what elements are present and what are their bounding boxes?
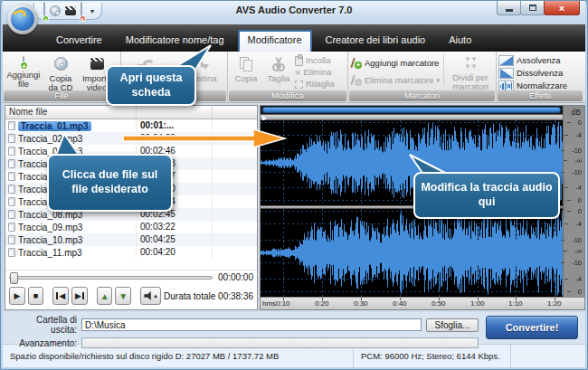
file-icon [8, 235, 15, 244]
db-tick-label: -10 [572, 236, 582, 244]
browse-button[interactable]: Sfoglia... [426, 318, 479, 332]
file-icon [8, 197, 15, 206]
callout-double-click: Clicca due file sul file desiderato [47, 154, 173, 212]
time-tick-label: 1:00 [470, 299, 485, 308]
playback-controls: ▶ ■ ◀ ▶ ▲ ▼ ▴ Durata totale 00:38:36 [5, 284, 257, 309]
file-row[interactable]: Traccia_10.mp300:04:25 [5, 233, 257, 246]
file-row[interactable]: Traccia_11.mp300:04:20 [5, 246, 257, 259]
position-time: 00:00:00 [218, 272, 253, 282]
tab-creatore-libri-audio[interactable]: Creatore dei libri audio [316, 31, 436, 52]
file-row[interactable]: Traccia_09.mp300:03:22 [5, 221, 257, 233]
db-tick-label: -4 [575, 184, 582, 192]
rip-cd-button[interactable]: Copia da CD [43, 53, 79, 94]
time-tick-label: 0:30 [354, 299, 368, 308]
waveform-channel-right[interactable] [261, 209, 563, 297]
split-by-markers-button[interactable]: ▼▼▼▼ Dividi per marcatori [447, 53, 494, 93]
tab-aiuto[interactable]: Aiuto [439, 31, 481, 52]
play-button[interactable]: ▶ [9, 287, 25, 305]
volume-button[interactable]: ▴ [140, 287, 161, 305]
db-tick-label: 0 [578, 207, 582, 215]
db-tick-label: 0 [578, 119, 582, 127]
time-ruler: hms0:100:200:300:400:501:001:101:20 [261, 297, 584, 309]
minimize-button[interactable] [497, 1, 521, 15]
fade-out-button[interactable]: Dissolvenza [498, 68, 567, 79]
file-name: Traccia_11.mp3 [18, 248, 82, 258]
db-tick-label: 0 [578, 196, 582, 204]
callout-open-tab: Apri questa scheda [106, 65, 196, 106]
add-file-icon: + [23, 57, 24, 67]
db-tick-label: -10 [572, 259, 582, 267]
app-window: + x ▾ AVS Audio Converter 7.0 × Converti… [0, 0, 588, 370]
file-icon [8, 210, 15, 219]
time-tick-label: 0:50 [432, 299, 446, 308]
output-folder-label: Cartella di uscita: [8, 315, 77, 335]
add-marker-button[interactable]: + Aggiungi marcatore [350, 57, 443, 69]
db-tick-label: -4 [575, 275, 582, 283]
clapperboard-icon [90, 58, 104, 70]
file-duration: 00:01:... [137, 119, 213, 132]
delete-button[interactable]: ×Elimina [295, 67, 335, 78]
fade-in-icon [498, 55, 514, 66]
file-duration: 00:03:22 [137, 221, 213, 233]
tab-modificatore-nome-tag[interactable]: Modificatore nome/tag [116, 31, 234, 52]
output-folder-input[interactable]: D:\Musica [81, 318, 422, 331]
next-button[interactable]: ▶ [71, 287, 88, 305]
db-tick-label: -10 [572, 147, 582, 155]
file-list-header[interactable]: Nome file [5, 106, 257, 119]
fade-in-button[interactable]: Assolvenza [498, 55, 567, 66]
file-duration: 00:04:25 [137, 233, 213, 246]
paste-button[interactable]: Incolla [295, 55, 335, 66]
column-header-duration[interactable] [137, 106, 213, 119]
ribbon-toolbar: + Aggiungi file▾ Copia da CD Importa vid… [3, 52, 585, 103]
waveform-navigator[interactable] [261, 106, 563, 115]
file-icon [8, 159, 15, 168]
trim-button[interactable]: Ritaglia [295, 79, 335, 90]
group-label-effetti: Effetti [498, 90, 583, 101]
copy-icon [240, 57, 252, 71]
file-icon [8, 121, 15, 130]
tab-convertire[interactable]: Convertire [46, 31, 112, 52]
file-name: Traccia_09.mp3 [18, 223, 82, 232]
ribbon-group-effetti: Assolvenza Dissolvenza Normalizzare Effe… [497, 52, 583, 102]
split-markers-icon: ▼▼▼▼ [464, 56, 477, 71]
delete-marker-button[interactable]: - Elimina marcatore▾ [350, 74, 443, 86]
output-panel: Cartella di uscita: D:\Musica Sfoglia...… [3, 312, 585, 344]
previous-button[interactable]: ◀ [52, 287, 69, 305]
move-up-button[interactable]: ▲ [97, 287, 113, 305]
db-tick-label: -∞ [574, 247, 582, 255]
window-controls: × [498, 1, 580, 15]
db-tick-label: -4 [575, 220, 582, 228]
speaker-icon [144, 291, 153, 300]
group-label-modifica: Modifica [229, 90, 346, 101]
time-tick-label: 0:40 [393, 299, 407, 308]
add-marker-icon: + [350, 57, 362, 69]
time-tick-label: 0:10 [276, 299, 290, 308]
total-duration: Durata totale 00:38:36 [164, 291, 253, 301]
ribbon-group-modifica: Copia Taglia Incolla ×Elimina Ritaglia M… [228, 52, 348, 102]
callout-edit-here: Modifica la traccia audio qui [413, 172, 560, 219]
ribbon-group-file: + Aggiungi file▾ Copia da CD Importa vid… [3, 52, 121, 102]
close-button[interactable]: × [544, 1, 580, 15]
file-row[interactable]: Traccia_01.mp300:01:... [5, 119, 257, 132]
column-header-name[interactable]: Nome file [5, 106, 137, 119]
copy-button[interactable]: Copia [230, 53, 262, 84]
maximize-button[interactable] [520, 1, 545, 15]
stop-button[interactable]: ■ [28, 287, 44, 305]
time-tick-label: 1:10 [508, 299, 523, 308]
db-tick-label: -4 [575, 131, 582, 139]
dropdown-caret-icon: ▾ [437, 75, 441, 86]
menu-bar: Convertire Modificatore nome/tag Modific… [3, 24, 585, 52]
file-row[interactable]: Traccia_02.mp300:04:28 [5, 132, 257, 145]
file-name: Traccia_10.mp3 [18, 235, 82, 245]
convert-button[interactable]: Convertire! [486, 316, 578, 339]
ribbon-group-marcatori: + Aggiungi marcatore - Elimina marcatore… [348, 52, 497, 102]
cut-button[interactable]: Taglia [262, 53, 295, 84]
move-down-button[interactable]: ▼ [115, 287, 131, 305]
seek-handle[interactable] [10, 272, 18, 284]
file-name: Traccia_01.mp3 [18, 121, 91, 131]
db-ruler: dB 0-4-10-∞-10-400-4-10-∞-10-40 [563, 106, 584, 297]
group-label-marcatori: Marcatori [349, 90, 495, 101]
seek-slider[interactable] [9, 276, 213, 280]
tab-modificatore[interactable]: Modificatore [238, 30, 312, 52]
cd-icon [54, 57, 68, 71]
